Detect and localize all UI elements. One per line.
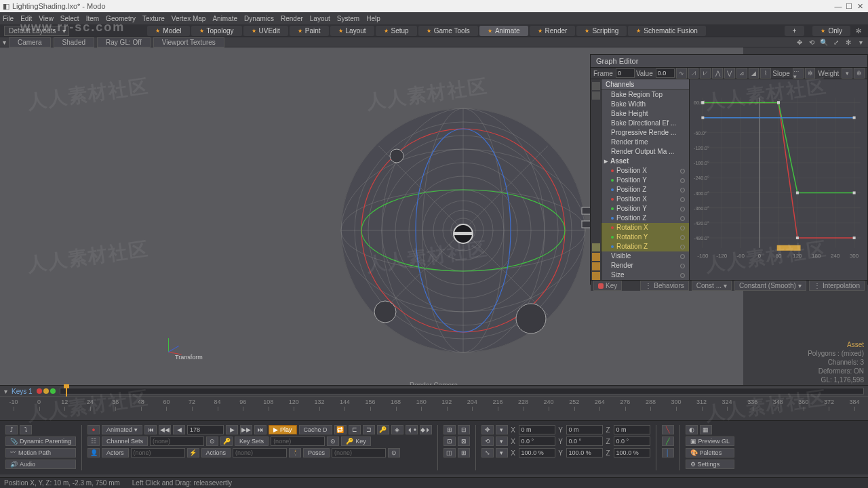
tab-render[interactable]: ★Render xyxy=(530,26,576,36)
channel-row[interactable]: Position Z xyxy=(601,214,689,223)
weight-dropdown[interactable]: ▾ xyxy=(842,68,852,79)
play-button[interactable]: ▶ Play xyxy=(269,425,297,434)
asset-group-row[interactable]: ▸Asset xyxy=(601,157,689,166)
audio-button[interactable]: 🔊 Audio xyxy=(5,460,76,469)
scale-caret-icon[interactable]: ▾ xyxy=(496,448,508,458)
settings-button[interactable]: ⚙ Settings xyxy=(686,460,735,469)
channel-row[interactable]: Position X xyxy=(601,195,689,204)
channel-sets-none[interactable]: (none) xyxy=(150,436,204,446)
close-button[interactable]: ✕ xyxy=(854,2,865,11)
vp-fit-icon[interactable]: ⤢ xyxy=(831,39,841,46)
post-behavior-dropdown[interactable]: Constant (Smooth) ▾ xyxy=(734,281,806,291)
check-icon[interactable] xyxy=(592,243,600,251)
axis-widget1-icon[interactable]: ╲ xyxy=(662,425,674,434)
pos-y-field[interactable]: 0 m xyxy=(566,425,603,434)
auto-key-icon[interactable]: 🔑 xyxy=(377,425,389,434)
swatch1-icon[interactable] xyxy=(592,253,600,261)
rotate-caret-icon[interactable]: ▾ xyxy=(496,436,508,446)
channel-row[interactable]: Render xyxy=(601,261,689,270)
actions-icon[interactable]: ⚡ xyxy=(187,448,199,458)
channel-row[interactable]: Position Y xyxy=(601,176,689,185)
tab-only[interactable]: ★Only xyxy=(812,26,850,36)
key-all-icon[interactable]: ◈ xyxy=(391,425,403,434)
swatch3-icon[interactable] xyxy=(592,272,600,280)
tab-topology[interactable]: ★Topology xyxy=(191,26,242,36)
graph-editor-title[interactable]: Graph Editor xyxy=(591,55,867,68)
menu-animate[interactable]: Animate xyxy=(212,15,237,22)
behaviors-button[interactable]: ⋮ Behaviors xyxy=(640,281,688,291)
channel-row[interactable]: Position Z xyxy=(601,185,689,195)
key-sets-button[interactable]: Key Sets xyxy=(235,436,269,446)
actions-button[interactable]: Actions xyxy=(201,448,231,458)
cache-dropdown[interactable]: Cache D xyxy=(299,425,332,434)
poses-target-icon[interactable]: ⊙ xyxy=(388,448,400,458)
channel-sets-icon[interactable]: ☷ xyxy=(87,436,100,446)
palettes-button[interactable]: 🎨 Palettes xyxy=(686,448,735,458)
vp-caret-icon[interactable]: ▾ xyxy=(3,39,6,46)
channel-row[interactable]: Bake Height xyxy=(601,109,689,119)
menu-item[interactable]: Item xyxy=(86,15,99,22)
grid5-icon[interactable]: ◫ xyxy=(443,448,456,458)
channel-row[interactable]: Rotation Z xyxy=(601,242,689,251)
gear-icon[interactable]: ✻ xyxy=(853,26,864,36)
curve-tool-2-icon[interactable]: ⩘ xyxy=(688,68,699,79)
menu-select[interactable]: Select xyxy=(60,15,79,22)
grid4-icon[interactable]: ⊠ xyxy=(458,436,470,446)
key-prev-icon[interactable]: ⏴◆ xyxy=(406,425,418,434)
curve-tool-6-icon[interactable]: ⊿ xyxy=(736,68,747,79)
first-frame-icon[interactable]: ⏮ xyxy=(144,425,157,434)
shading-dropdown[interactable]: Shaded xyxy=(54,37,94,47)
rot-x-field[interactable]: 0.0 ° xyxy=(519,436,555,446)
next-key-icon[interactable]: ▶▶ xyxy=(240,425,252,434)
channel-row[interactable]: Position Y xyxy=(601,204,689,214)
frame-input[interactable] xyxy=(616,68,635,78)
channel-row[interactable]: Render time xyxy=(601,138,689,147)
grid2-icon[interactable]: ⊟ xyxy=(458,425,470,434)
pos-x-field[interactable]: 0 m xyxy=(519,425,555,434)
curve-graph[interactable]: -180-120-6006012018024030060.0°-60.0°-12… xyxy=(690,79,867,280)
toggle1-icon[interactable]: ◐ xyxy=(686,425,698,434)
raygl-toggle[interactable]: Ray GL: Off xyxy=(97,37,151,47)
key-filter-dots[interactable] xyxy=(37,388,56,394)
minimize-button[interactable]: — xyxy=(833,2,844,10)
menu-render[interactable]: Render xyxy=(281,15,303,22)
poses-none[interactable]: (none) xyxy=(332,448,386,458)
vp-move-icon[interactable]: ✥ xyxy=(795,39,804,46)
menu-dynamics[interactable]: Dynamics xyxy=(244,15,274,22)
menu-file[interactable]: File xyxy=(3,15,14,22)
curve-tool-8-icon[interactable]: ⌇ xyxy=(760,68,771,79)
channel-row[interactable]: Bake Directional Ef ... xyxy=(601,119,689,128)
menu-vertex-map[interactable]: Vertex Map xyxy=(172,15,206,22)
channel-row[interactable]: Rotation X xyxy=(601,223,689,232)
dynamic-parenting-button[interactable]: 📎 Dynamic Parenting xyxy=(5,436,76,446)
tab-paint[interactable]: ★Paint xyxy=(290,26,329,36)
axis-widget2-icon[interactable]: ╱ xyxy=(662,436,674,446)
menu-edit[interactable]: Edit xyxy=(20,15,32,22)
tab-scripting[interactable]: ★Scripting xyxy=(576,26,627,36)
next-frame-icon[interactable]: ▶ xyxy=(226,425,238,434)
layout-dropdown[interactable]: Default Layouts▾ xyxy=(4,26,69,36)
move-caret-icon[interactable]: ▾ xyxy=(496,425,508,434)
scale-tool-icon[interactable]: ⤡ xyxy=(481,448,494,458)
timeline-caret-icon[interactable]: ▾ xyxy=(4,388,7,395)
preview-gl-button[interactable]: ▣ Preview GL xyxy=(686,436,735,446)
camera-dropdown[interactable]: Camera xyxy=(9,37,51,47)
swatch2-icon[interactable] xyxy=(592,262,600,270)
viewport-textures-toggle[interactable]: Viewport Textures xyxy=(153,37,224,47)
timeline-track[interactable] xyxy=(60,388,864,394)
menu-layout[interactable]: Layout xyxy=(310,15,330,22)
actors-icon[interactable]: 👤 xyxy=(87,448,100,458)
pos-z-field[interactable]: 0 m xyxy=(614,425,650,434)
slope-dropdown[interactable]: …▾ xyxy=(793,68,804,79)
timeline-ruler[interactable]: -100122436486072849610812013214415616818… xyxy=(0,396,868,415)
interpolation-button[interactable]: ⋮ Interpolation xyxy=(809,281,865,291)
scl-y-field[interactable]: 100.0 % xyxy=(566,448,603,458)
cs-target-icon[interactable]: ⊙ xyxy=(206,436,218,446)
scl-z-field[interactable]: 100.0 % xyxy=(614,448,650,458)
tab-plus[interactable]: + xyxy=(785,26,805,36)
channel-list[interactable]: Channels Bake Region TopBake WidthBake H… xyxy=(601,79,690,280)
toggle2-icon[interactable]: ▦ xyxy=(700,425,712,434)
key-sets-icon[interactable]: 🔑 xyxy=(220,436,233,446)
curve-tool-5-icon[interactable]: ⋁ xyxy=(724,68,735,79)
move-tool-icon[interactable]: ✥ xyxy=(481,425,494,434)
